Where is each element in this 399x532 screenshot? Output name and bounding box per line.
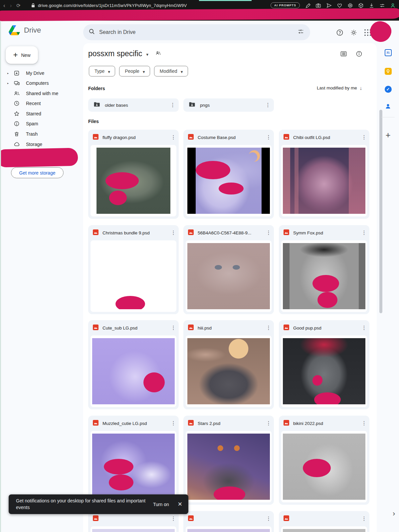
search-options-icon[interactable] <box>294 28 307 36</box>
keep-icon[interactable] <box>382 65 394 77</box>
chip-icon[interactable] <box>347 3 353 8</box>
file-card[interactable]: fluffy dragon.psd ⋮ <box>88 130 179 219</box>
browser-forward-icon[interactable]: › <box>10 3 12 8</box>
browser-refresh-icon[interactable]: ⟳ <box>16 3 21 8</box>
file-thumbnail <box>186 431 272 502</box>
file-card[interactable]: 56B4A6C0-C567-4E88-9... ⋮ <box>183 225 274 314</box>
file-name: Muzzled_cutie LG.psd <box>102 421 170 426</box>
show-side-panel-chevron-icon[interactable]: › <box>393 509 395 518</box>
new-button[interactable]: + New <box>6 46 38 64</box>
folder-menu-caret-icon[interactable]: ▼ <box>145 53 149 57</box>
folder-item[interactable]: pngs ⋮ <box>183 98 274 112</box>
file-thumbnail <box>281 240 367 312</box>
sidebar-item-trash[interactable]: Trash <box>5 129 79 139</box>
image-file-icon <box>93 325 99 332</box>
sidebar-item-my-drive[interactable]: ▸ My Drive <box>5 68 79 78</box>
file-thumbnail <box>186 526 272 532</box>
star-icon <box>13 111 20 117</box>
more-options-icon[interactable]: ⋮ <box>265 230 272 235</box>
filter-chip-people[interactable]: People▼ <box>119 66 150 76</box>
sidebar-item-shared-with-me[interactable]: Shared with me <box>5 88 79 98</box>
file-card[interactable]: Good pup.psd ⋮ <box>279 320 369 409</box>
url-bar[interactable]: drive.google.com/drive/folders/1jsDr11mS… <box>38 3 187 8</box>
more-options-icon[interactable]: ⋮ <box>170 421 177 426</box>
file-card[interactable]: ⋮ <box>279 511 369 532</box>
heart-icon[interactable] <box>337 3 342 8</box>
sidebar-item-computers[interactable]: ▸ Computers <box>5 78 79 88</box>
avatar[interactable] <box>369 20 393 43</box>
add-side-panel-app-icon[interactable]: + <box>382 129 394 141</box>
more-options-icon[interactable]: ⋮ <box>361 325 367 331</box>
folder-name: pngs <box>200 103 265 108</box>
more-options-icon[interactable]: ⋮ <box>170 135 177 140</box>
turn-on-button[interactable]: Turn on <box>153 502 169 507</box>
image-file-icon <box>188 325 194 332</box>
sidebar-item-label: Computers <box>26 80 49 86</box>
get-more-storage-button[interactable]: Get more storage <box>11 167 64 178</box>
file-card[interactable]: Stars 2.psd ⋮ <box>183 416 274 505</box>
profile-icon[interactable] <box>390 3 396 8</box>
browser-back-icon[interactable]: ‹ <box>3 3 5 8</box>
file-card[interactable]: Symm Fox.psd ⋮ <box>279 225 369 314</box>
drive-logo[interactable]: Drive <box>9 25 41 35</box>
file-card[interactable]: Cute_sub LG.psd ⋮ <box>88 320 179 409</box>
filter-chip-type[interactable]: Type▼ <box>89 66 115 76</box>
more-options-icon[interactable]: ⋮ <box>265 325 272 331</box>
file-card[interactable]: Muzzled_cutie LG.psd ⋮ <box>88 416 179 505</box>
send-icon[interactable] <box>326 3 332 8</box>
image-file-icon <box>93 134 99 141</box>
file-card[interactable]: Chibi outfit LG.psd ⋮ <box>279 130 369 219</box>
file-card[interactable]: Christmas bundle 9.psd ⋮ <box>88 225 179 314</box>
calendar-icon[interactable]: 31 <box>382 47 394 59</box>
close-icon[interactable]: ✕ <box>178 501 182 508</box>
file-card[interactable]: hiii.psd ⋮ <box>183 320 274 409</box>
more-options-icon[interactable]: ⋮ <box>170 230 177 235</box>
sidebar-item-starred[interactable]: Starred <box>5 109 79 119</box>
expand-arrow-icon[interactable]: ▸ <box>7 72 11 75</box>
more-options-icon[interactable]: ⋮ <box>170 516 177 521</box>
sidebar-item-recent[interactable]: Recent <box>5 98 79 108</box>
list-view-toggle-icon[interactable] <box>340 51 347 59</box>
more-options-icon[interactable]: ⋮ <box>169 102 176 108</box>
more-options-icon[interactable]: ⋮ <box>265 135 272 140</box>
camera-icon[interactable] <box>315 3 321 8</box>
more-options-icon[interactable]: ⋮ <box>361 421 367 426</box>
edit-icon[interactable] <box>305 3 310 8</box>
app-name: Drive <box>24 26 41 35</box>
more-options-icon[interactable]: ⋮ <box>265 421 272 426</box>
search-bar[interactable] <box>83 24 310 40</box>
ai-prompts-button[interactable]: AI PROMPTS <box>271 2 300 8</box>
expand-arrow-icon[interactable]: ▸ <box>7 82 11 85</box>
more-options-icon[interactable]: ⋮ <box>361 135 367 140</box>
more-options-icon[interactable]: ⋮ <box>265 516 272 521</box>
tasks-icon[interactable]: ✓ <box>382 83 394 95</box>
image-file-icon <box>284 134 289 141</box>
search-input[interactable] <box>99 29 294 35</box>
download-icon[interactable] <box>369 3 374 8</box>
file-card[interactable]: Costume Base.psd ⋮ <box>183 130 274 219</box>
filter-chip-modified[interactable]: Modified▼ <box>154 66 188 76</box>
file-name: Chibi outfit LG.psd <box>293 135 361 140</box>
more-options-icon[interactable]: ⋮ <box>170 325 177 331</box>
more-options-icon[interactable]: ⋮ <box>361 230 367 235</box>
file-thumbnail <box>281 145 367 216</box>
extensions-sliders-icon[interactable] <box>379 3 385 8</box>
image-file-icon <box>93 229 99 236</box>
sort-control[interactable]: Last modified by me ↓ <box>317 85 362 91</box>
file-card[interactable]: bikini 2022.psd ⋮ <box>279 416 369 505</box>
more-options-icon[interactable]: ⋮ <box>265 102 271 108</box>
file-card[interactable]: ⋮ <box>88 511 179 532</box>
settings-gear-icon[interactable] <box>349 28 358 37</box>
file-card[interactable]: ⋮ <box>183 511 274 532</box>
toast-message: Get notifications on your desktop for sh… <box>16 498 146 511</box>
folder-item[interactable]: older bases ⋮ <box>88 98 179 112</box>
contacts-icon[interactable] <box>382 100 394 112</box>
sort-direction-arrow-icon[interactable]: ↓ <box>360 85 362 91</box>
sidebar-item-label: Shared with me <box>26 91 58 96</box>
file-name: Christmas bundle 9.psd <box>102 230 170 235</box>
more-options-icon[interactable]: ⋮ <box>361 516 367 521</box>
sidebar-item-spam[interactable]: Spam <box>5 119 79 129</box>
details-info-icon[interactable] <box>356 51 362 59</box>
cube-icon[interactable] <box>358 3 364 8</box>
help-icon[interactable] <box>335 28 344 37</box>
